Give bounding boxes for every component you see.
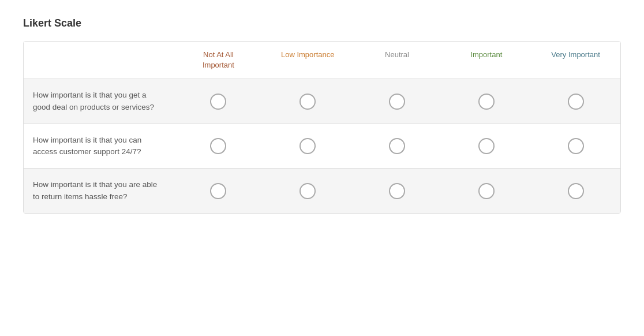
header-col1: Not At All Important	[174, 50, 263, 70]
likert-header: Not At All Important Low Importance Neut…	[24, 42, 620, 79]
radio-cell-1-4[interactable]	[441, 83, 531, 120]
radio-3-3[interactable]	[389, 183, 405, 199]
radio-1-5[interactable]	[568, 94, 584, 110]
page-title: Likert Scale	[23, 17, 621, 29]
radio-cell-3-2[interactable]	[263, 173, 353, 210]
radio-cell-3-4[interactable]	[441, 173, 531, 210]
table-row: How important is it that you are able to…	[24, 169, 620, 213]
radio-3-2[interactable]	[299, 183, 316, 199]
radio-2-3[interactable]	[389, 138, 405, 154]
radio-1-2[interactable]	[299, 94, 316, 110]
radio-1-3[interactable]	[389, 94, 405, 110]
radio-cell-1-2[interactable]	[263, 83, 353, 120]
radio-cell-2-2[interactable]	[263, 128, 353, 165]
question-3: How important is it that you are able to…	[24, 169, 174, 213]
likert-table: Not At All Important Low Importance Neut…	[23, 41, 621, 214]
question-2: How important is it that you can access …	[24, 124, 174, 169]
header-col4: Important	[441, 50, 531, 70]
radio-3-1[interactable]	[210, 183, 226, 199]
radio-2-5[interactable]	[568, 138, 584, 154]
radio-cell-1-5[interactable]	[531, 83, 620, 120]
radio-cell-2-3[interactable]	[353, 128, 442, 165]
radio-3-4[interactable]	[478, 183, 495, 199]
radio-cell-3-5[interactable]	[531, 173, 620, 210]
radio-cell-2-5[interactable]	[531, 128, 620, 165]
radio-cell-1-3[interactable]	[353, 83, 442, 120]
header-col5: Very Important	[531, 50, 620, 70]
radio-3-5[interactable]	[568, 183, 584, 199]
radio-cell-1-1[interactable]	[174, 83, 263, 120]
radio-cell-3-1[interactable]	[174, 173, 263, 210]
header-col2: Low Importance	[263, 50, 353, 70]
header-col3: Neutral	[353, 50, 442, 70]
radio-2-4[interactable]	[478, 138, 495, 154]
radio-cell-3-3[interactable]	[353, 173, 442, 210]
radio-cell-2-1[interactable]	[174, 128, 263, 165]
radio-1-1[interactable]	[210, 94, 226, 110]
table-row: How important is it that you get a good …	[24, 79, 620, 124]
header-empty	[24, 50, 174, 70]
radio-2-2[interactable]	[299, 138, 316, 154]
table-row: How important is it that you can access …	[24, 124, 620, 169]
question-1: How important is it that you get a good …	[24, 79, 174, 124]
radio-1-4[interactable]	[478, 94, 495, 110]
radio-cell-2-4[interactable]	[441, 128, 531, 165]
radio-2-1[interactable]	[210, 138, 226, 154]
